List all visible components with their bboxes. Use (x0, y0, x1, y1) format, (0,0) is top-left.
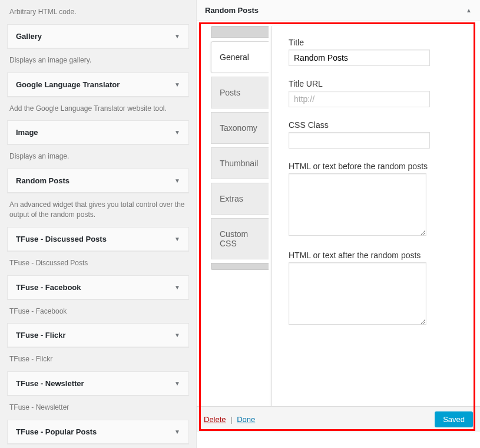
widget-description: Displays an image gallery. (7, 48, 189, 73)
widgets-sidebar: Arbitrary HTML code. Gallery ▼ Displays … (0, 0, 196, 448)
after-text-input[interactable] (289, 262, 426, 325)
tab-decor-bottom (211, 263, 269, 270)
widget-tfuse-flickr[interactable]: TFuse - Flickr ▼ (7, 323, 189, 347)
widget-description: TFuse - Newsletter (7, 396, 189, 420)
widget-description: Arbitrary HTML code. (7, 0, 189, 24)
tab-taxonomy[interactable]: Taxonomy (211, 112, 269, 144)
widget-description: TFuse - Discussed Posts (7, 251, 189, 275)
caret-down-icon: ▼ (174, 177, 180, 184)
widget-random-posts[interactable]: Random Posts ▼ (7, 169, 189, 193)
tab-extras[interactable]: Extras (211, 183, 269, 215)
delete-link[interactable]: Delete (204, 415, 226, 424)
widget-label: TFuse - Popular Posts (16, 427, 97, 436)
widget-description: TFuse - Flickr (7, 347, 189, 371)
caret-down-icon: ▼ (174, 429, 180, 435)
title-label: Title (289, 38, 456, 47)
tab-content: Title Title URL CSS Class HTML or text b… (272, 26, 480, 432)
css-class-label: CSS Class (289, 120, 456, 130)
widget-image[interactable]: Image ▼ (7, 120, 189, 144)
widget-description: Displays an image. (7, 144, 189, 169)
saved-button[interactable]: Saved (435, 411, 473, 427)
title-url-label: Title URL (289, 79, 456, 88)
widget-description: An advanced widget that gives you total … (7, 193, 189, 227)
caret-down-icon: ▼ (174, 284, 180, 291)
widget-label: TFuse - Discussed Posts (16, 235, 107, 243)
widget-google-translator[interactable]: Google Language Translator ▼ (7, 73, 189, 97)
before-text-input[interactable] (289, 173, 426, 236)
tabs-column: General Posts Taxonomy Thumbnail Extras … (197, 26, 272, 432)
widget-tfuse-newsletter[interactable]: TFuse - Newsletter ▼ (7, 371, 189, 396)
separator: | (230, 415, 232, 424)
title-input[interactable] (289, 50, 430, 66)
widget-tfuse-popular[interactable]: TFuse - Popular Posts ▼ (7, 420, 189, 444)
panel-header[interactable]: Random Posts ▲ (197, 0, 480, 21)
widget-label: Image (16, 128, 38, 137)
widget-label: Random Posts (16, 176, 69, 185)
tab-decor-top (211, 26, 269, 38)
widget-label: TFuse - Flickr (16, 331, 66, 340)
widget-description: Add the Google Language Translator websi… (7, 97, 189, 121)
widget-tfuse-facebook[interactable]: TFuse - Facebook ▼ (7, 275, 189, 299)
widget-label: TFuse - Facebook (16, 283, 81, 292)
after-text-label: HTML or text after the random posts (289, 251, 456, 260)
before-text-label: HTML or text before the random posts (289, 162, 456, 171)
caret-down-icon: ▼ (174, 33, 180, 39)
tab-general[interactable]: General (211, 41, 269, 73)
panel-title: Random Posts (205, 6, 259, 15)
widget-gallery[interactable]: Gallery ▼ (7, 24, 189, 48)
widget-label: Gallery (16, 32, 42, 41)
tab-thumbnail[interactable]: Thumbnail (211, 147, 269, 179)
caret-down-icon: ▼ (174, 380, 180, 387)
widget-label: TFuse - Newsletter (16, 379, 84, 388)
caret-down-icon: ▼ (174, 332, 180, 338)
title-url-input[interactable] (289, 91, 430, 107)
widget-label: Google Language Translator (16, 80, 120, 89)
caret-down-icon: ▼ (174, 236, 180, 242)
caret-up-icon: ▲ (466, 7, 472, 14)
done-link[interactable]: Done (237, 415, 255, 424)
tab-custom-css[interactable]: Custom CSS (211, 218, 269, 259)
tab-posts[interactable]: Posts (211, 77, 269, 108)
widget-settings-panel: Random Posts ▲ General Posts Taxonomy Th… (196, 0, 480, 448)
caret-down-icon: ▼ (174, 129, 180, 136)
widget-tfuse-discussed[interactable]: TFuse - Discussed Posts ▼ (7, 227, 189, 251)
widget-description: TFuse - Facebook (7, 299, 189, 324)
css-class-input[interactable] (289, 132, 430, 149)
panel-footer: Delete | Done Saved (197, 406, 480, 432)
caret-down-icon: ▼ (174, 81, 180, 88)
